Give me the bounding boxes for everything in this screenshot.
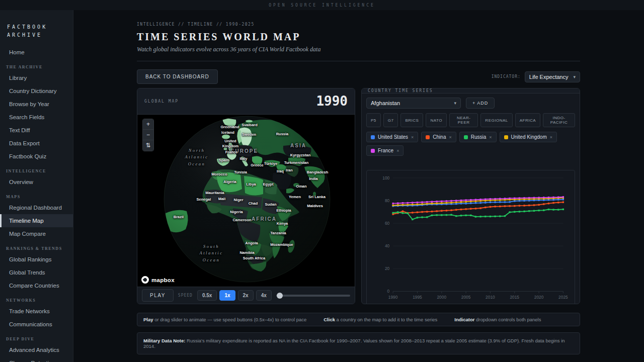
nav-section-header: DEEP DIVE (0, 331, 73, 343)
sidebar-item-advanced-analytics[interactable]: Advanced Analytics (0, 343, 73, 356)
mapbox-attribution[interactable]: mapbox (141, 276, 175, 284)
remove-country-icon[interactable]: × (489, 135, 492, 140)
sidebar-item-global-rankings[interactable]: Global Rankings (0, 253, 73, 266)
topbar: OPEN SOURCE INTELLIGENCE (0, 0, 644, 10)
speed-label: SPEED (178, 293, 193, 298)
preset-p5-button[interactable]: P5 (366, 113, 381, 127)
remove-country-icon[interactable]: × (550, 135, 552, 140)
selected-countries: United States×China×Russia×United Kingdo… (366, 132, 575, 156)
sidebar-item-data-export[interactable]: Data Export (0, 137, 73, 150)
zoom-in-icon[interactable]: + (143, 119, 153, 130)
svg-text:80: 80 (385, 198, 390, 203)
sidebar-item-browse-by-year[interactable]: Browse by Year (0, 98, 73, 111)
timeline-slider[interactable] (276, 292, 350, 299)
speed-2x-button[interactable]: 2x (238, 290, 254, 301)
svg-text:1990: 1990 (388, 295, 398, 300)
main-content: INTELLIGENCE // TIMELINE // 1990-2025 TI… (73, 10, 644, 362)
country-chip-united-kingdom[interactable]: United Kingdom× (500, 132, 557, 142)
sidebar-item-text-diff[interactable]: Text Diff (0, 124, 73, 137)
series-color-swatch (371, 149, 375, 153)
current-year-display: 1990 (316, 94, 348, 109)
country-select-value: Afghanistan (371, 100, 400, 106)
brand-line1: FACTBOOK (7, 23, 66, 31)
nav-section-header: MAPS (0, 189, 73, 201)
sidebar-item-library[interactable]: Library (0, 71, 73, 84)
chip-label: France (378, 148, 393, 153)
nav-section-header: INTELLIGENCE (0, 163, 73, 175)
series-color-swatch (371, 135, 375, 139)
sidebar-item-overview[interactable]: Overview (0, 175, 73, 189)
series-color-swatch (464, 135, 468, 139)
preset-g7-button[interactable]: G7 (383, 113, 398, 127)
page-subtitle: Watch global indicators evolve across 36… (137, 46, 580, 53)
country-chip-russia[interactable]: Russia× (459, 132, 497, 142)
zoom-out-icon[interactable]: − (143, 130, 153, 140)
app-logo[interactable]: FACTBOOK ARCHIVE (0, 20, 73, 46)
header-divider (137, 61, 580, 61)
country-chip-france[interactable]: France× (366, 145, 404, 156)
preset-near-peer-button[interactable]: NEAR-PEER (449, 113, 478, 127)
chip-label: China (433, 134, 446, 140)
chip-label: United Kingdom (511, 134, 547, 140)
sidebar-item-trade-networks[interactable]: Trade Networks (0, 305, 73, 318)
topbar-title: OPEN SOURCE INTELLIGENCE (269, 3, 375, 8)
sidebar-item-global-trends[interactable]: Global Trends (0, 266, 73, 279)
time-series-chart[interactable]: 0204060801001990199520002005201020152020… (366, 170, 575, 304)
series-color-swatch (504, 135, 508, 139)
sidebar-item-search-fields[interactable]: Search Fields (0, 111, 73, 124)
sidebar-item-regional-dashboard[interactable]: Regional Dashboard (0, 201, 73, 214)
global-map-panel-title: GLOBAL MAP (144, 99, 179, 104)
series-panel-title: COUNTRY TIME SERIES (368, 88, 433, 93)
svg-text:2000: 2000 (437, 295, 446, 300)
chevron-down-icon: ▾ (573, 74, 576, 79)
military-data-note: Military Data Note: Russia's military ex… (137, 332, 580, 354)
chip-label: United States (378, 134, 408, 140)
world-map[interactable]: North Atlantic OceanSouth Atlantic Ocean… (137, 115, 355, 287)
map-zoom-controls: +−⇅ (142, 119, 154, 151)
preset-brics-button[interactable]: BRICS (400, 113, 423, 127)
sidebar-item-country-dictionary[interactable]: Country Dictionary (0, 84, 73, 98)
preset-indo-pacific-button[interactable]: INDO-PACIFIC (543, 113, 575, 127)
preset-regional-button[interactable]: REGIONAL (480, 113, 512, 127)
svg-text:2010: 2010 (486, 295, 495, 300)
indicator-select-value: Life Expectancy (529, 74, 569, 80)
indicator-select[interactable]: Life Expectancy ▾ (525, 71, 580, 82)
play-button[interactable]: PLAY (142, 289, 174, 302)
mapbox-wordmark: mapbox (151, 277, 175, 283)
speed-1x-button[interactable]: 1x (219, 290, 235, 301)
sidebar-item-change-detection[interactable]: Change Detection (0, 356, 73, 362)
sidebar-item-compare-countries[interactable]: Compare Countries (0, 279, 73, 292)
preset-africa-button[interactable]: AFRICA (515, 113, 540, 127)
remove-country-icon[interactable]: × (449, 135, 451, 140)
usage-hint: Play or drag slider to animate — use spe… (143, 317, 306, 322)
svg-text:2015: 2015 (510, 295, 519, 300)
preset-groups: P5G7BRICSNATONEAR-PEERREGIONALAFRICAINDO… (366, 113, 575, 127)
timeline-slider-handle[interactable] (277, 293, 283, 299)
remove-country-icon[interactable]: × (396, 148, 399, 153)
series-color-swatch (426, 135, 430, 139)
sidebar-item-timeline-map[interactable]: Timeline Map (0, 214, 73, 227)
toolbar: BACK TO DASHBOARD INDICATOR: Life Expect… (137, 69, 580, 84)
country-chip-china[interactable]: China× (421, 132, 456, 142)
tilt-icon[interactable]: ⇅ (143, 140, 153, 151)
military-note-text: Russia's military expenditure is reporte… (143, 338, 565, 349)
back-to-dashboard-button[interactable]: BACK TO DASHBOARD (137, 69, 218, 84)
sidebar-item-factbook-quiz[interactable]: Factbook Quiz (0, 150, 73, 163)
svg-text:40: 40 (385, 243, 390, 248)
speed-4x-button[interactable]: 4x (256, 290, 272, 301)
sidebar: FACTBOOK ARCHIVE HomeTHE ARCHIVELibraryC… (0, 10, 73, 362)
country-select[interactable]: Afghanistan ▾ (366, 98, 461, 109)
add-country-button[interactable]: + ADD (466, 98, 495, 109)
sidebar-item-home[interactable]: Home (0, 46, 73, 59)
remove-country-icon[interactable]: × (411, 135, 414, 140)
sidebar-item-communications[interactable]: Communications (0, 318, 73, 331)
speed-0.5x-button[interactable]: 0.5x (197, 290, 217, 301)
timeline-slider-track (276, 295, 350, 297)
country-chip-united-states[interactable]: United States× (366, 132, 418, 142)
svg-text:2005: 2005 (461, 295, 471, 300)
sidebar-item-map-compare[interactable]: Map Compare (0, 227, 73, 240)
page-title: TIME SERIES WORLD MAP (137, 31, 580, 43)
usage-hint-bar: Play or drag slider to animate — use spe… (137, 313, 580, 326)
preset-nato-button[interactable]: NATO (426, 113, 446, 127)
military-note-label: Military Data Note: (143, 338, 185, 343)
